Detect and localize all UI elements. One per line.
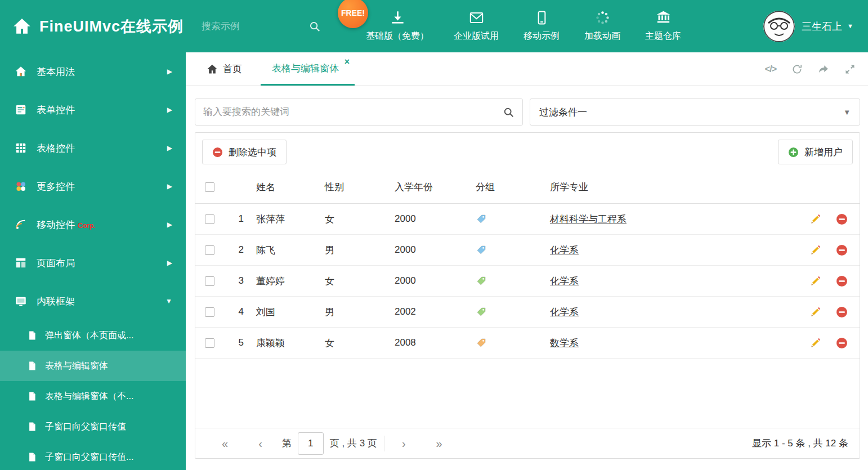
sidebar-item-more-controls[interactable]: 更多控件 ▶: [0, 167, 186, 205]
page-input[interactable]: [298, 432, 324, 455]
nav-item-loading-animation[interactable]: 加载动画: [584, 0, 620, 52]
chevron-right-icon: ▶: [167, 68, 172, 75]
header-search-input[interactable]: [202, 21, 308, 32]
sidebar-item-mobile-controls[interactable]: 移动控件 Corp. ▶: [0, 205, 186, 244]
tab-label: 表格与编辑窗体: [272, 62, 339, 75]
cell-year: 2000: [388, 244, 467, 256]
minus-circle-icon: [212, 147, 223, 158]
chevron-right-icon: ▶: [167, 221, 172, 229]
open-new-window-icon[interactable]: [818, 64, 829, 75]
record-summary: 显示 1 - 5 条 , 共 12 条: [752, 437, 848, 450]
sidebar-item-label: 页面布局: [37, 257, 75, 270]
code-icon[interactable]: </>: [765, 64, 776, 74]
file-icon: [27, 361, 37, 371]
filter-dropdown-value: 过滤条件一: [539, 106, 587, 119]
delete-icon[interactable]: [836, 337, 848, 349]
brand[interactable]: FineUIMvc在线示例: [0, 16, 184, 37]
blocks-icon: [15, 180, 27, 193]
tab-grid-edit-window[interactable]: 表格与编辑窗体 ×: [261, 52, 355, 86]
cell-name: 张萍萍: [252, 213, 320, 226]
pager-first-button[interactable]: «: [207, 438, 243, 449]
edit-icon[interactable]: [809, 244, 821, 256]
row-index: 5: [223, 337, 252, 348]
delete-selected-label: 删除选中项: [229, 146, 276, 159]
edit-icon[interactable]: [809, 213, 821, 225]
download-icon: [390, 10, 405, 25]
nav-item-enterprise-trial[interactable]: 企业版试用: [454, 0, 499, 52]
close-icon[interactable]: ×: [344, 57, 350, 66]
nav-item-mobile-demo[interactable]: 移动示例: [524, 0, 560, 52]
sidebar-item-label: 表格控件: [37, 142, 75, 155]
nav-item-theme-repo[interactable]: 主题仓库: [645, 0, 681, 52]
search-icon[interactable]: [308, 20, 321, 33]
sidebar-item-form-controls[interactable]: 表单控件 ▶: [0, 91, 186, 129]
sidebar-subitem-child-to-parent-alt[interactable]: 子窗口向父窗口传值...: [0, 442, 186, 470]
bank-icon: [656, 10, 671, 25]
sidebar-item-inline-frame[interactable]: 内联框架 ▼: [0, 282, 186, 320]
sidebar-item-page-layout[interactable]: 页面布局 ▶: [0, 244, 186, 282]
sidebar-item-table-controls[interactable]: 表格控件 ▶: [0, 129, 186, 167]
tag-icon: [476, 306, 487, 317]
sidebar-subitem-popup-window[interactable]: 弹出窗体（本页面或...: [0, 320, 186, 351]
sidebar-subitem-grid-edit-window-alt[interactable]: 表格与编辑窗体（不...: [0, 381, 186, 411]
row-checkbox[interactable]: [205, 338, 214, 348]
search-icon[interactable]: [503, 106, 514, 118]
keyword-search-input[interactable]: [203, 106, 497, 118]
tab-toolbar: </>: [765, 52, 868, 86]
major-link[interactable]: 材料科学与工程系: [550, 213, 627, 226]
major-link[interactable]: 化学系: [550, 244, 579, 257]
file-icon: [27, 422, 37, 432]
tab-label: 首页: [223, 62, 242, 75]
delete-selected-button[interactable]: 删除选中项: [202, 140, 287, 164]
sidebar-subitem-label: 表格与编辑窗体: [45, 360, 108, 372]
row-checkbox[interactable]: [205, 214, 214, 224]
row-checkbox[interactable]: [205, 276, 214, 286]
major-link[interactable]: 化学系: [550, 275, 579, 288]
column-group[interactable]: 分组: [467, 181, 545, 194]
sidebar: 基本用法 ▶ 表单控件 ▶ 表格控件 ▶ 更多: [0, 52, 186, 470]
user-menu[interactable]: 三生石上 ▼: [763, 11, 868, 42]
add-user-button[interactable]: 新增用户: [778, 140, 853, 164]
major-link[interactable]: 化学系: [550, 306, 579, 319]
edit-icon[interactable]: [809, 275, 821, 287]
table-icon: [15, 142, 27, 154]
pager-prev-button[interactable]: ‹: [243, 438, 278, 449]
edit-icon[interactable]: [809, 306, 821, 318]
delete-icon[interactable]: [836, 213, 848, 225]
fullscreen-icon[interactable]: [844, 64, 856, 75]
avatar: [763, 11, 795, 42]
tag-icon: [476, 213, 487, 225]
column-major[interactable]: 所学专业: [545, 181, 798, 194]
nav-item-basic-edition[interactable]: FREE! 基础版（免费）: [366, 0, 429, 52]
select-all-checkbox[interactable]: [205, 182, 214, 192]
delete-icon[interactable]: [836, 244, 848, 256]
chevron-right-icon: ▶: [167, 182, 172, 190]
filter-row: 过滤条件一 ▼: [195, 99, 860, 126]
row-index: 4: [223, 306, 252, 317]
refresh-icon[interactable]: [791, 64, 803, 75]
sidebar-subitem-child-to-parent[interactable]: 子窗口向父窗口传值: [0, 411, 186, 442]
cell-year: 2002: [388, 306, 467, 317]
major-link[interactable]: 数学系: [550, 337, 579, 350]
sidebar-item-basic-usage[interactable]: 基本用法 ▶: [0, 52, 186, 91]
column-year[interactable]: 入学年份: [388, 181, 467, 194]
table-row: 2 陈飞 男 2000 化学系: [195, 235, 860, 266]
chevron-right-icon: ▶: [167, 106, 172, 114]
header-search: [202, 20, 321, 33]
cell-name: 刘国: [252, 306, 320, 319]
cell-name: 董婷婷: [252, 275, 320, 288]
pager-next-button[interactable]: ›: [387, 438, 421, 449]
edit-icon[interactable]: [809, 337, 821, 349]
delete-icon[interactable]: [836, 275, 848, 287]
row-checkbox[interactable]: [205, 307, 214, 317]
app-window: FineUIMvc在线示例 FREE! 基础版（免费） 企业版试用: [0, 0, 868, 470]
pager-last-button[interactable]: »: [421, 438, 458, 449]
filter-dropdown[interactable]: 过滤条件一 ▼: [530, 99, 860, 126]
delete-icon[interactable]: [836, 306, 848, 318]
column-name[interactable]: 姓名: [252, 181, 320, 194]
sidebar-subitem-grid-edit-window[interactable]: 表格与编辑窗体: [0, 351, 186, 381]
tab-home[interactable]: 首页: [197, 52, 252, 86]
row-checkbox[interactable]: [205, 245, 214, 255]
cell-gender: 女: [320, 275, 388, 288]
column-gender[interactable]: 性别: [320, 181, 388, 194]
